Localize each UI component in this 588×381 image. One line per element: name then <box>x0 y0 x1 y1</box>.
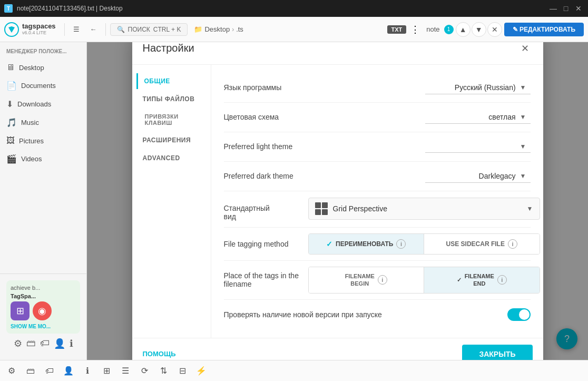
dark-theme-label: Preferred dark theme <box>224 172 308 180</box>
toggle-thumb <box>519 309 530 320</box>
main-area: МЕНЕДЖЕР ПОЛОЖЕ... 🖥 Desktop 📄 Documents… <box>0 42 588 360</box>
settings-nav: ОБЩИЕ ТИПЫ ФАЙЛОВ ПРИВЯЗКИ КЛАВИШ РАСШИР… <box>132 65 211 338</box>
sidebar-label-videos: Videos <box>21 155 42 163</box>
rename-option[interactable]: ✓ ПЕРЕИМЕНОВАТЬ i <box>309 234 425 254</box>
menu-button[interactable]: ☰ <box>69 23 84 35</box>
tags-position-group: FILENAME BEGIN i ✓ FILENAME <box>308 267 540 294</box>
bottom-sort-icon[interactable]: ⇅ <box>156 364 171 378</box>
tag-icon[interactable]: 🏷 <box>40 338 50 349</box>
file-tagging-group: ✓ ПЕРЕИМЕНОВАТЬ i USE SIDECAR FILE i <box>308 233 540 255</box>
breadcrumb-desktop[interactable]: Desktop <box>204 25 230 33</box>
color-scheme-select[interactable]: светлая ▼ <box>425 111 531 124</box>
modal-footer: ПОМОЩЬ ЗАКРЫТЬ <box>132 338 543 360</box>
toolbar-separator-1 <box>64 23 65 36</box>
bottom-tag-icon[interactable]: 🏷 <box>42 364 57 378</box>
search-button[interactable]: 🔍 ПОИСК CTRL + K <box>110 23 188 36</box>
dark-theme-select[interactable]: Darklegacy ▼ <box>425 170 531 183</box>
downloads-icon: ⬇ <box>6 99 13 109</box>
logo-text: tagspaces v6.0.4 LITE <box>22 23 56 35</box>
notification-badge: 1 <box>444 25 454 34</box>
filename-end-option[interactable]: ✓ FILENAME END i <box>424 267 540 293</box>
nav-item-extensions[interactable]: РАСШИРЕНИЯ <box>136 132 207 148</box>
sidebar-item-desktop[interactable]: 🖥 Desktop <box>0 58 86 76</box>
bottom-more-icon[interactable]: ⚡ <box>194 364 209 378</box>
tags-position-label: Place of the tags in the filename <box>224 271 308 288</box>
maximize-button[interactable]: □ <box>561 3 571 14</box>
sidecar-option[interactable]: USE SIDECAR FILE i <box>424 234 540 254</box>
perspective-select[interactable]: Grid Perspective ▼ <box>308 198 540 220</box>
toolbar-separator-2 <box>105 23 106 36</box>
window-title: note[20241104T133456].txt | Desktop <box>17 5 544 12</box>
nav-item-general[interactable]: ОБЩИЕ <box>136 73 207 89</box>
nav-up-button[interactable]: ▲ <box>456 22 471 37</box>
modal-title: Настройки <box>143 42 194 54</box>
sidebar-item-music[interactable]: 🎵 Music <box>0 113 86 132</box>
nav-item-advanced[interactable]: ADVANCED <box>136 150 207 166</box>
filename-begin-option[interactable]: FILENAME BEGIN i <box>309 267 425 293</box>
promo-card: achieve b... TagSpa... ⊞ ◉ SHOW ME MO... <box>6 280 80 334</box>
bottom-settings-icon[interactable]: ⚙ <box>4 364 19 378</box>
settings-icon[interactable]: ⚙ <box>14 338 22 349</box>
sidebar-item-pictures[interactable]: 🖼 Pictures <box>0 132 86 150</box>
language-control: Русский (Russian) ▼ <box>394 81 531 94</box>
help-link[interactable]: ПОМОЩЬ <box>143 350 176 358</box>
rename-label: ПЕРЕИМЕНОВАТЬ <box>336 240 393 248</box>
back-button[interactable]: ← <box>86 23 101 35</box>
sidebar-item-videos[interactable]: 🎬 Videos <box>0 150 86 168</box>
music-icon: 🎵 <box>6 118 17 128</box>
file-tagging-row: File tagging method ✓ ПЕРЕИМЕНОВАТЬ i <box>224 228 531 261</box>
sidecar-info-icon[interactable]: i <box>508 239 517 249</box>
bottom-info-icon[interactable]: ℹ <box>80 364 95 378</box>
nav-item-file-types[interactable]: ТИПЫ ФАЙЛОВ <box>136 91 207 107</box>
app-container: tagspaces v6.0.4 LITE ☰ ← 🔍 ПОИСК CTRL +… <box>0 17 588 381</box>
language-select[interactable]: Русский (Russian) ▼ <box>425 81 531 94</box>
close-settings-button[interactable]: ЗАКРЫТЬ <box>462 345 532 360</box>
color-scheme-control: светлая ▼ <box>394 111 531 124</box>
dark-theme-row: Preferred dark theme Darklegacy ▼ <box>224 162 531 191</box>
begin-info-icon[interactable]: i <box>378 275 387 285</box>
breadcrumb-ts[interactable]: .ts <box>236 25 243 33</box>
color-scheme-label: Цветовая схема <box>224 113 308 121</box>
light-theme-select[interactable]: ▼ <box>425 141 531 153</box>
modal-close-button[interactable]: ✕ <box>518 42 533 56</box>
bottom-storage-icon[interactable]: 🗃 <box>23 364 38 378</box>
show-more-link[interactable]: SHOW ME MO... <box>11 324 51 329</box>
bottom-grid-icon[interactable]: ⊞ <box>99 364 114 378</box>
nav-down-button[interactable]: ▼ <box>472 22 486 37</box>
edit-button[interactable]: ✎ РЕДАКТИРОВАТЬ <box>504 23 584 36</box>
window-controls: — □ ✕ <box>548 3 584 14</box>
light-theme-label: Preferred light theme <box>224 142 308 151</box>
breadcrumb: 📁 Desktop › .ts <box>194 25 385 33</box>
bottom-user-icon[interactable]: 👤 <box>61 364 76 378</box>
bottom-list-icon[interactable]: ☰ <box>118 364 133 378</box>
promo-sub: TagSpa... <box>11 293 76 299</box>
person-icon[interactable]: 👤 <box>54 338 65 349</box>
close-button[interactable]: ✕ <box>573 3 584 14</box>
app-icon: T <box>4 4 13 13</box>
color-scheme-value: светлая <box>488 113 515 121</box>
info-circle-icon[interactable]: ℹ <box>70 338 73 349</box>
promo-text: achieve b... <box>11 285 76 291</box>
perspective-control: Grid Perspective ▼ <box>308 198 540 220</box>
dark-theme-value: Darklegacy <box>479 172 516 180</box>
nav-item-keybindings[interactable]: ПРИВЯЗКИ КЛАВИШ <box>136 109 207 130</box>
note-label: note <box>426 25 439 33</box>
rename-info-icon[interactable]: i <box>396 239 406 249</box>
filename-end-label: FILENAME END <box>465 272 494 288</box>
check-icon: ✓ <box>326 240 332 248</box>
sidebar-item-downloads[interactable]: ⬇ Downloads <box>0 95 86 113</box>
sidebar-label-pictures: Pictures <box>19 137 44 145</box>
nav-close-button[interactable]: ✕ <box>487 22 502 37</box>
file-menu-icon[interactable]: ⋮ <box>410 24 420 35</box>
end-info-icon[interactable]: i <box>497 275 507 285</box>
minimize-button[interactable]: — <box>548 3 558 14</box>
light-theme-control: ▼ <box>394 141 531 153</box>
color-scheme-row: Цветовая схема светлая ▼ <box>224 103 531 132</box>
bottom-sync-icon[interactable]: ⟳ <box>137 364 152 378</box>
check-updates-toggle[interactable] <box>507 308 531 321</box>
main-toolbar: tagspaces v6.0.4 LITE ☰ ← 🔍 ПОИСК CTRL +… <box>0 17 588 42</box>
bottom-filter-icon[interactable]: ⊟ <box>175 364 190 378</box>
storage-icon[interactable]: 🗃 <box>26 338 36 349</box>
sidebar-item-documents[interactable]: 📄 Documents <box>0 76 86 95</box>
documents-icon: 📄 <box>6 81 17 91</box>
